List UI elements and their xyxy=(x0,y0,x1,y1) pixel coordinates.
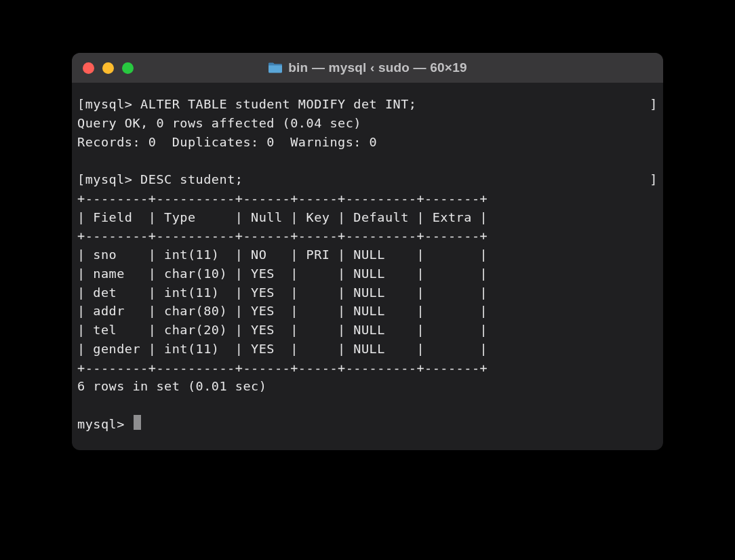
table-header: | Field | Type | Null | Key | Default | … xyxy=(77,208,658,227)
result-footer: 6 rows in set (0.01 sec) xyxy=(77,377,658,396)
bracket-close: ] xyxy=(650,95,658,114)
table-row: | addr | char(80) | YES | | NULL | | xyxy=(77,302,658,321)
title-center: bin — mysql ‹ sudo — 60×19 xyxy=(72,60,663,75)
terminal-body[interactable]: [mysql> ALTER TABLE student MODIFY det I… xyxy=(72,83,663,450)
table-border: +--------+----------+------+-----+------… xyxy=(77,189,658,208)
minimize-icon[interactable] xyxy=(102,62,114,74)
close-icon[interactable] xyxy=(83,62,94,74)
blank-line xyxy=(77,151,658,170)
table-row: | gender | int(11) | YES | | NULL | | xyxy=(77,340,658,359)
prompt-label: mysql> xyxy=(77,415,132,434)
maximize-icon[interactable] xyxy=(122,62,134,74)
prompt-line-3[interactable]: mysql> xyxy=(77,415,658,434)
table-row: | tel | char(20) | YES | | NULL | | xyxy=(77,321,658,340)
table-row: | det | int(11) | YES | | NULL | | xyxy=(77,283,658,302)
table-row: | name | char(10) | YES | | NULL | | xyxy=(77,264,658,283)
table-row: | sno | int(11) | NO | PRI | NULL | | xyxy=(77,245,658,264)
cursor-icon xyxy=(134,415,141,430)
prompt-label: mysql> xyxy=(85,95,140,114)
traffic-lights xyxy=(83,62,134,74)
output-line: Query OK, 0 rows affected (0.04 sec) xyxy=(77,114,658,133)
terminal-window: bin — mysql ‹ sudo — 60×19 [mysql> ALTER… xyxy=(72,53,663,450)
bracket-open: [ xyxy=(77,95,85,114)
bracket-open: [ xyxy=(77,170,85,189)
blank-line xyxy=(77,396,658,415)
prompt-line-2: [mysql> DESC student;] xyxy=(77,170,658,189)
command-text: ALTER TABLE student MODIFY det INT; xyxy=(140,95,416,114)
table-border: +--------+----------+------+-----+------… xyxy=(77,359,658,378)
output-line: Records: 0 Duplicates: 0 Warnings: 0 xyxy=(77,133,658,152)
titlebar[interactable]: bin — mysql ‹ sudo — 60×19 xyxy=(72,53,663,83)
bracket-close: ] xyxy=(650,170,658,189)
prompt-label: mysql> xyxy=(85,170,140,189)
prompt-line-1: [mysql> ALTER TABLE student MODIFY det I… xyxy=(77,95,658,114)
folder-icon xyxy=(268,62,283,74)
window-title: bin — mysql ‹ sudo — 60×19 xyxy=(288,60,466,75)
command-text: DESC student; xyxy=(140,170,243,189)
table-border: +--------+----------+------+-----+------… xyxy=(77,226,658,245)
